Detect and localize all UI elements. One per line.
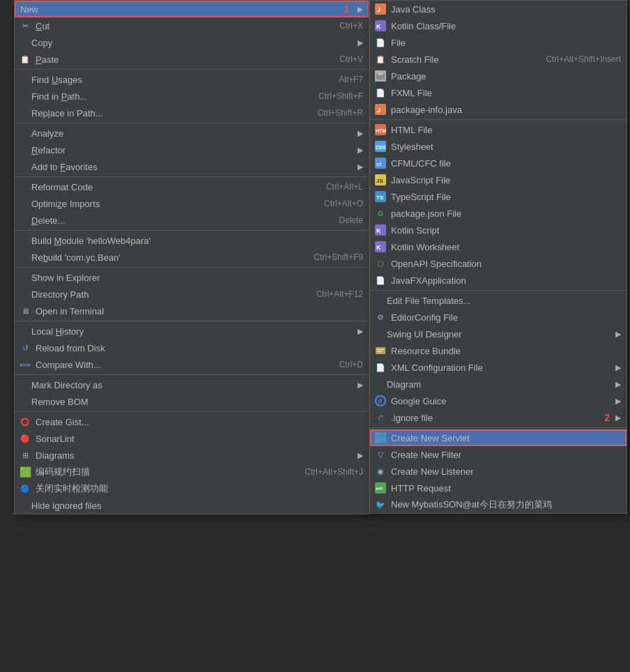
ignore-label: .ignore file [391, 413, 601, 423]
optimize-label: Optimize Imports [31, 199, 310, 209]
menu-item-http-request[interactable]: API HTTP Request [370, 480, 627, 496]
cut-icon: ✂ [19, 20, 31, 32]
menu-item-reload[interactable]: ↺ Reload from Disk [15, 339, 369, 356]
encoding-icon: 🟩 [19, 466, 31, 478]
reload-icon: ↺ [19, 342, 31, 354]
menu-item-xml-config[interactable]: 📄 XML Configuration File ▶ [370, 359, 627, 376]
menu-item-build[interactable]: Build Module 'helloWeb4para' [15, 232, 369, 249]
scratch-shortcut: Ctrl+Alt+Shift+Insert [546, 54, 621, 64]
separator-4 [15, 230, 369, 231]
menu-item-openapi[interactable]: ⬡ OpenAPI Specification [370, 255, 627, 272]
analyze-arrow: ▶ [358, 129, 363, 138]
menu-item-rebuild[interactable]: Rebuild 'com.yc.Bean' Ctrl+Shift+F9 [15, 249, 369, 266]
menu-item-refactor[interactable]: Refactor ▶ [15, 142, 369, 158]
svg-rect-23 [376, 347, 385, 354]
google-guice-label: Google Guice [391, 396, 610, 406]
menu-item-diagrams[interactable]: ⊞ Diagrams ▶ [15, 447, 369, 464]
menu-item-file[interactable]: 📄 File [370, 34, 627, 51]
menu-item-diagram[interactable]: Diagram ▶ [370, 376, 627, 392]
menu-item-compare[interactable]: ⟺ Compare With... Ctrl+D [15, 356, 369, 373]
show-explorer-label: Show in Explorer [31, 273, 363, 283]
menu-item-package[interactable]: Package [370, 68, 627, 84]
menu-item-hide-ignored[interactable]: Hide ignored files [15, 497, 369, 514]
javafx-label: JavaFXApplication [391, 275, 621, 286]
menu-item-package-json[interactable]: ⚙ package.json File [370, 205, 627, 222]
copy-arrow: ▶ [358, 38, 363, 47]
java-class-label: Java Class [391, 4, 621, 15]
menu-item-mybatis[interactable]: 🐦 New MybatisSON@at今日在努力的菜鸡 [370, 496, 627, 513]
google-arrow: ▶ [615, 397, 621, 406]
menu-item-replace-path[interactable]: Replace in Path... Ctrl+Shift+R [15, 105, 369, 121]
separator-1 [15, 69, 369, 70]
menu-item-find-usages[interactable]: Find Usages Alt+F7 [15, 71, 369, 88]
menu-item-copy[interactable]: Copy ▶ [15, 34, 369, 51]
menu-item-analyze[interactable]: Analyze ▶ [15, 125, 369, 142]
menu-item-stylesheet[interactable]: CSS Stylesheet [370, 138, 627, 155]
delete-shortcut: Delete [339, 215, 363, 225]
menu-item-delete[interactable]: Delete... Delete [15, 212, 369, 229]
menu-item-scratch-file[interactable]: 📋 Scratch File Ctrl+Alt+Shift+Insert [370, 51, 627, 68]
svg-rect-6 [378, 72, 383, 75]
menu-item-create-servlet[interactable]: Create New Servlet [370, 429, 627, 446]
reformat-shortcut: Ctrl+Alt+L [326, 182, 363, 192]
menu-item-resource-bundle[interactable]: Resource Bundle [370, 342, 627, 359]
menu-item-edit-templates[interactable]: Edit File Templates... [370, 292, 627, 309]
menu-item-kotlin-worksheet[interactable]: K Kotlin Worksheet [370, 238, 627, 255]
menu-item-html[interactable]: HTML HTML File [370, 121, 627, 138]
menu-item-open-terminal[interactable]: 🖥 Open in Terminal [15, 303, 369, 319]
gist-icon: ⭕ [19, 415, 31, 428]
svg-rect-30 [375, 440, 386, 443]
fxml-label: FXML File [391, 88, 621, 98]
optimize-shortcut: Ctrl+Alt+O [324, 199, 363, 208]
menu-item-javascript[interactable]: JS JavaScript File [370, 171, 627, 188]
menu-item-create-filter[interactable]: ▽ Create New Filter [370, 446, 627, 463]
menu-item-google-guice[interactable]: G Google Guice ▶ [370, 392, 627, 409]
kotlin-worksheet-label: Kotlin Worksheet [391, 242, 621, 252]
menu-item-package-info[interactable]: J package-info.java [370, 101, 627, 118]
swing-label: Swing UI Designer [387, 329, 610, 339]
menu-item-optimize[interactable]: Optimize Imports Ctrl+Alt+O [15, 195, 369, 212]
edit-templates-label: Edit File Templates... [387, 296, 621, 306]
menu-item-typescript[interactable]: TS TypeScript File [370, 188, 627, 205]
menu-item-paste-label: Paste [36, 54, 325, 65]
menu-item-directory-path[interactable]: Directory Path Ctrl+Alt+F12 [15, 286, 369, 303]
menu-item-mark-directory[interactable]: Mark Directory as ▶ [15, 376, 369, 393]
svg-text:J: J [377, 107, 381, 114]
ignore-icon: i* [374, 411, 387, 424]
java-class-icon: J [374, 3, 387, 15]
svg-text:cf: cf [376, 161, 381, 167]
menu-item-reformat[interactable]: Reformat Code Ctrl+Alt+L [15, 178, 369, 195]
menu-item-paste[interactable]: 📋 Paste Ctrl+V [15, 51, 369, 68]
menu-item-remove-bom[interactable]: Remove BOM [15, 393, 369, 410]
menu-item-ignore[interactable]: i* .ignore file 2 ▶ [370, 409, 627, 426]
menu-item-sonarlint[interactable]: 🔴 SonarLint [15, 430, 369, 447]
menu-item-create-gist[interactable]: ⭕ Create Gist... [15, 413, 369, 430]
listener-icon: ◉ [374, 465, 387, 478]
menu-item-copy-label: Copy [31, 38, 352, 48]
encoding-scan-shortcut: Ctrl+Alt+Shift+J [305, 467, 363, 477]
replace-path-shortcut: Ctrl+Shift+R [318, 108, 363, 118]
menu-item-fxml[interactable]: 📄 FXML File [370, 84, 627, 101]
menu-item-swing[interactable]: Swing UI Designer ▶ [370, 326, 627, 342]
menu-item-find-path[interactable]: Find in Path... Ctrl+Shift+F [15, 88, 369, 105]
menu-item-realtime-detect[interactable]: 🔵 关闭实时检测功能 [15, 480, 369, 497]
menu-item-local-history[interactable]: Local History ▶ [15, 323, 369, 339]
html-label: HTML File [391, 125, 621, 135]
svg-rect-29 [375, 436, 386, 440]
menu-item-favorites[interactable]: Add to Favorites ▶ [15, 158, 369, 175]
menu-item-new[interactable]: New 1 ▶ [15, 1, 369, 17]
menu-item-kotlin-class[interactable]: K Kotlin Class/File [370, 17, 627, 34]
menu-item-encoding-scan[interactable]: 🟩 编码规约扫描 Ctrl+Alt+Shift+J [15, 464, 369, 480]
menu-item-cut[interactable]: ✂ Cut Ctrl+X [15, 17, 369, 34]
menu-item-create-listener[interactable]: ◉ Create New Listener [370, 463, 627, 480]
package-icon [374, 70, 387, 82]
menu-item-javafx[interactable]: 📄 JavaFXApplication [370, 272, 627, 289]
menu-item-kotlin-script[interactable]: K Kotlin Script [370, 222, 627, 238]
js-icon: JS [374, 174, 387, 186]
hide-ignored-label: Hide ignored files [31, 501, 363, 511]
menu-item-java-class[interactable]: J Java Class [370, 1, 627, 17]
menu-item-editorconfig[interactable]: ⚙ EditorConfig File [370, 309, 627, 326]
menu-item-cfml[interactable]: cf CFML/CFC file [370, 155, 627, 171]
menu-item-show-explorer[interactable]: Show in Explorer [15, 269, 369, 286]
reformat-label: Reformat Code [31, 182, 312, 192]
